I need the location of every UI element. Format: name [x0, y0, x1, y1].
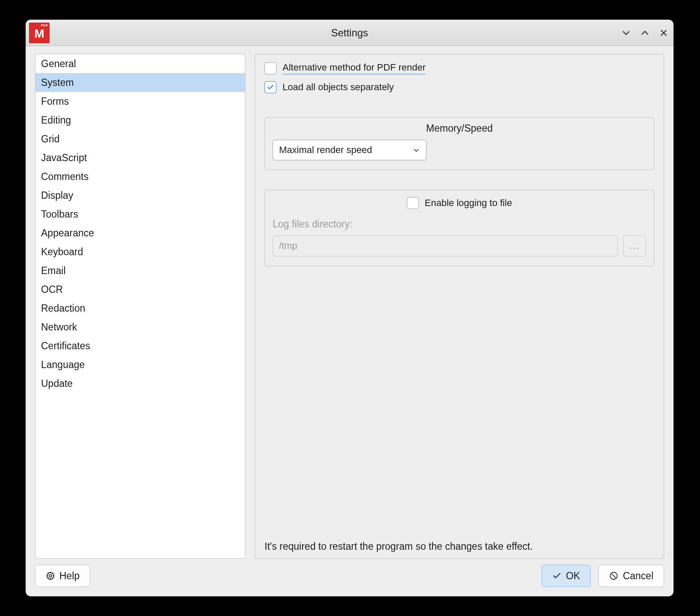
sidebar-item-language[interactable]: Language: [35, 355, 245, 374]
chevron-down-icon: [621, 28, 631, 38]
close-icon: [659, 28, 668, 38]
check-icon: [552, 571, 562, 581]
render-speed-select[interactable]: Maximal render speed: [273, 140, 426, 160]
window-title: Settings: [26, 27, 674, 39]
enable-logging-label[interactable]: Enable logging to file: [425, 197, 512, 209]
log-dir-browse-button[interactable]: ...: [623, 235, 646, 256]
sidebar-item-editing[interactable]: Editing: [35, 111, 245, 130]
sidebar-item-keyboard[interactable]: Keyboard: [35, 242, 245, 261]
chevron-up-icon: [640, 28, 650, 38]
sidebar-item-appearance[interactable]: Appearance: [35, 224, 245, 242]
sidebar-item-grid[interactable]: Grid: [35, 130, 245, 148]
sidebar-item-system[interactable]: System: [35, 73, 245, 92]
load-separately-label[interactable]: Load all objects separately: [282, 82, 394, 93]
check-icon: [267, 83, 274, 91]
sidebar-item-comments[interactable]: Comments: [35, 167, 245, 186]
load-separately-row: Load all objects separately: [265, 81, 654, 93]
help-icon: [46, 571, 55, 581]
ok-button[interactable]: OK: [541, 565, 591, 587]
chevron-down-icon: [412, 146, 420, 154]
sidebar-item-certificates[interactable]: Certificates: [35, 336, 245, 355]
memory-speed-group: Memory/Speed Maximal render speed: [265, 117, 654, 170]
sidebar-item-display[interactable]: Display: [35, 186, 245, 205]
load-separately-checkbox[interactable]: [265, 81, 276, 93]
sidebar-item-forms[interactable]: Forms: [35, 92, 245, 111]
restart-note: It's required to restart the program so …: [265, 532, 654, 552]
sidebar-item-general[interactable]: General: [35, 54, 245, 73]
dialog-body: GeneralSystemFormsEditingGridJavaScriptC…: [26, 46, 674, 559]
sidebar-item-update[interactable]: Update: [35, 374, 245, 393]
enable-logging-row: Enable logging to file: [273, 197, 646, 209]
sidebar-item-network[interactable]: Network: [35, 318, 245, 336]
sidebar-item-email[interactable]: Email: [35, 261, 245, 280]
ok-label: OK: [566, 570, 580, 582]
minimize-button[interactable]: [621, 28, 631, 38]
sidebar-item-javascript[interactable]: JavaScript: [35, 148, 245, 167]
dialog-footer: Help OK Cancel: [26, 559, 674, 596]
maximize-button[interactable]: [640, 28, 650, 38]
sidebar-item-ocr[interactable]: OCR: [35, 280, 245, 299]
log-dir-row: /tmp ...: [273, 235, 646, 256]
svg-point-1: [49, 575, 52, 577]
sidebar-item-redaction[interactable]: Redaction: [35, 299, 245, 318]
help-label: Help: [59, 570, 79, 582]
help-button[interactable]: Help: [35, 565, 90, 587]
cancel-label: Cancel: [623, 570, 653, 582]
log-dir-input[interactable]: /tmp: [273, 235, 618, 256]
alt-render-label[interactable]: Alternative method for PDF render: [282, 62, 426, 74]
render-speed-value: Maximal render speed: [279, 144, 372, 156]
alt-render-row: Alternative method for PDF render: [265, 62, 654, 74]
sidebar-item-toolbars[interactable]: Toolbars: [35, 205, 245, 224]
app-icon-glyph: M: [34, 28, 44, 40]
log-dir-label: Log files directory:: [273, 218, 646, 230]
close-button[interactable]: [659, 28, 668, 38]
settings-dialog: PDF M Settings GeneralSystemFormsEditing…: [26, 20, 674, 596]
cancel-icon: [609, 571, 618, 581]
cancel-button[interactable]: Cancel: [598, 565, 664, 587]
memory-speed-title: Memory/Speed: [265, 123, 654, 134]
logging-group: Enable logging to file Log files directo…: [265, 190, 654, 266]
enable-logging-checkbox[interactable]: [407, 197, 419, 209]
titlebar: PDF M Settings: [26, 20, 674, 46]
window-buttons: [621, 28, 668, 38]
settings-pane-system: Alternative method for PDF render Load a…: [255, 54, 664, 559]
app-icon: PDF M: [29, 23, 50, 43]
alt-render-checkbox[interactable]: [265, 62, 276, 74]
category-list[interactable]: GeneralSystemFormsEditingGridJavaScriptC…: [35, 54, 245, 559]
